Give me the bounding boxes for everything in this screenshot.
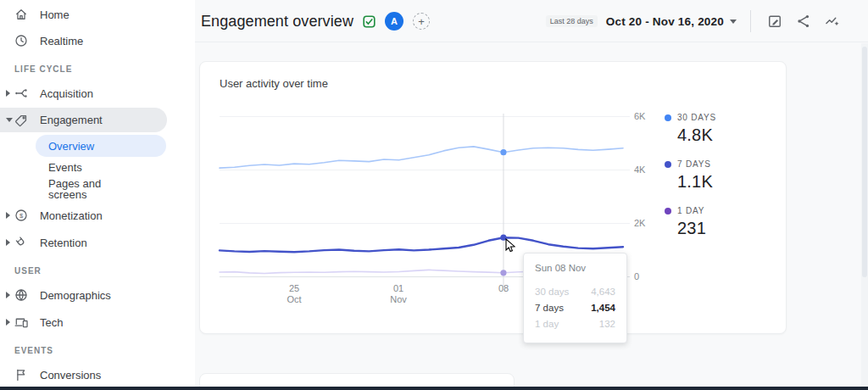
- y-tick-label: 2K: [634, 218, 663, 228]
- legend-item-1-day: 1 DAY 231: [665, 206, 775, 238]
- tooltip-date: Sun 08 Nov: [535, 263, 615, 273]
- chart-title: User activity over time: [220, 77, 328, 90]
- home-icon: [14, 7, 29, 22]
- acquisition-icon: [14, 86, 29, 101]
- globe-icon: [14, 287, 29, 303]
- report-check-icon: [363, 15, 376, 28]
- flag-icon: [14, 367, 29, 382]
- sidebar-section-events: EVENTS: [14, 346, 53, 355]
- legend-value-30-days: 4.8K: [677, 125, 775, 145]
- sidebar-item-label: Engagement: [40, 114, 103, 126]
- sidebar-item-acquisition[interactable]: Acquisition: [0, 81, 195, 105]
- tooltip-row-30-days: 30 days4,643: [535, 284, 615, 300]
- sidebar-item-label: Tech: [40, 316, 63, 329]
- x-tick-08: 08: [485, 283, 522, 294]
- date-range-selector[interactable]: Oct 20 - Nov 16, 2020: [606, 15, 737, 28]
- sidebar-section-life-cycle: LIFE CYCLE: [14, 64, 72, 74]
- sidebar-item-demographics[interactable]: Demographics: [0, 283, 195, 307]
- devices-icon: [14, 315, 29, 330]
- user-activity-card: User activity over time 6K 4K 2K 0 25Oct…: [199, 61, 787, 334]
- sidebar-item-label: Overview: [48, 140, 94, 153]
- chevron-down-icon: [730, 20, 737, 24]
- x-tick-25-oct: 25Oct: [275, 283, 313, 304]
- sidebar-item-events[interactable]: Events: [0, 155, 195, 179]
- sidebar-section-user: USER: [14, 266, 42, 276]
- chevron-right-icon: [6, 319, 10, 326]
- legend-item-7-days: 7 DAYS 1.1K: [665, 159, 775, 192]
- sidebar-item-monetization[interactable]: $ Monetization: [0, 203, 195, 227]
- chevron-right-icon: [6, 292, 10, 298]
- chevron-down-icon: [6, 118, 13, 122]
- date-preset-badge: Last 28 days: [546, 15, 598, 27]
- chevron-right-icon: [6, 212, 10, 219]
- sidebar-item-label: Events: [48, 161, 82, 174]
- legend-value-7-days: 1.1K: [677, 172, 775, 192]
- insights-icon[interactable]: [822, 11, 843, 31]
- legend-dot-30-days: [665, 114, 671, 121]
- svg-text:$: $: [19, 212, 24, 220]
- sidebar-item-tech[interactable]: Tech: [0, 310, 195, 334]
- chart-tooltip: Sun 08 Nov 30 days4,643 7 days1,454 1 da…: [523, 253, 627, 343]
- sidebar: Home Realtime LIFE CYCLE Acquisition Eng…: [0, 0, 195, 390]
- sidebar-item-label: Home: [40, 8, 70, 21]
- scrollbar-thumb[interactable]: [862, 47, 867, 277]
- tooltip-row-7-days: 7 days1,454: [535, 300, 615, 316]
- ga4-engagement-overview: Home Realtime LIFE CYCLE Acquisition Eng…: [0, 0, 868, 390]
- sidebar-item-retention[interactable]: Retention: [0, 231, 195, 254]
- y-tick-label: 6K: [634, 111, 663, 121]
- sidebar-item-overview-selected[interactable]: Overview: [36, 135, 166, 157]
- scrollbar-track: [861, 43, 868, 387]
- legend-dot-7-days: [665, 161, 671, 168]
- tag-icon: [14, 113, 29, 128]
- sidebar-item-label: Acquisition: [40, 87, 93, 100]
- sidebar-item-label: Monetization: [40, 209, 103, 222]
- share-icon[interactable]: [793, 11, 814, 31]
- sidebar-item-conversions[interactable]: Conversions: [0, 363, 195, 387]
- chevron-right-icon: [6, 90, 10, 97]
- sidebar-item-label: Pages and screens: [48, 178, 142, 201]
- sidebar-item-realtime[interactable]: Realtime: [0, 29, 195, 53]
- sidebar-item-pages-and-screens[interactable]: Pages and screens: [0, 177, 195, 201]
- sidebar-item-label: Conversions: [40, 369, 101, 382]
- legend-dot-1-day: [665, 208, 671, 214]
- chevron-right-icon: [6, 239, 10, 246]
- report-header: Engagement overview A + Last 28 days Oct…: [195, 0, 868, 42]
- y-tick-label: 4K: [634, 164, 663, 175]
- page-title: Engagement overview: [201, 13, 353, 31]
- magnet-icon: [14, 235, 29, 250]
- sidebar-item-label: Realtime: [40, 35, 83, 47]
- y-tick-label: 0: [634, 271, 663, 281]
- clock-icon: [14, 33, 29, 48]
- sidebar-item-engagement[interactable]: Engagement: [0, 108, 167, 132]
- sidebar-item-label: Retention: [40, 237, 87, 249]
- main-content: Engagement overview A + Last 28 days Oct…: [195, 0, 868, 390]
- sidebar-item-home[interactable]: Home: [0, 3, 195, 26]
- tooltip-row-1-day: 1 day132: [535, 316, 615, 332]
- comparison-avatar[interactable]: A: [385, 12, 403, 31]
- divider: [750, 10, 751, 32]
- add-comparison-button[interactable]: +: [413, 13, 430, 30]
- legend-value-1-day: 231: [677, 219, 775, 238]
- customize-report-icon[interactable]: [765, 11, 785, 31]
- legend-item-30-days: 30 DAYS 4.8K: [665, 113, 775, 145]
- x-tick-01-nov: 01Nov: [380, 283, 417, 304]
- sidebar-item-label: Demographics: [40, 289, 111, 302]
- dollar-icon: $: [14, 208, 29, 223]
- bottom-taskbar-strip: [0, 387, 868, 390]
